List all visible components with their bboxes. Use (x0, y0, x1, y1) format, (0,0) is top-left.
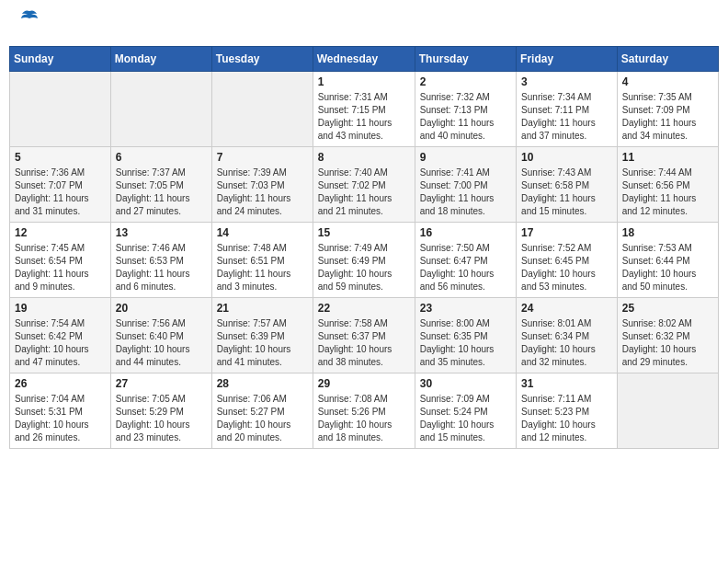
day-info: Sunrise: 7:46 AM Sunset: 6:53 PM Dayligh… (116, 242, 207, 293)
day-number: 7 (217, 151, 308, 164)
calendar-cell: 6Sunrise: 7:37 AM Sunset: 7:05 PM Daylig… (110, 146, 211, 222)
calendar-cell: 27Sunrise: 7:05 AM Sunset: 5:29 PM Dayli… (110, 373, 211, 448)
calendar-cell: 11Sunrise: 7:44 AM Sunset: 6:56 PM Dayli… (617, 146, 718, 222)
day-info: Sunrise: 7:40 AM Sunset: 7:02 PM Dayligh… (318, 167, 410, 218)
day-info: Sunrise: 7:06 AM Sunset: 5:27 PM Dayligh… (217, 393, 308, 444)
day-info: Sunrise: 8:02 AM Sunset: 6:32 PM Dayligh… (622, 317, 713, 369)
page-header (9, 9, 719, 37)
day-info: Sunrise: 7:50 AM Sunset: 6:47 PM Dayligh… (420, 242, 511, 293)
day-info: Sunrise: 7:05 AM Sunset: 5:29 PM Dayligh… (116, 393, 207, 444)
day-number: 9 (420, 151, 511, 164)
calendar-cell: 15Sunrise: 7:49 AM Sunset: 6:49 PM Dayli… (313, 222, 415, 297)
day-info: Sunrise: 7:32 AM Sunset: 7:13 PM Dayligh… (420, 91, 511, 143)
day-number: 13 (116, 226, 207, 239)
logo-bird-icon (20, 9, 39, 28)
day-info: Sunrise: 7:52 AM Sunset: 6:45 PM Dayligh… (521, 242, 612, 293)
calendar-week-row: 19Sunrise: 7:54 AM Sunset: 6:42 PM Dayli… (10, 297, 719, 373)
day-number: 18 (622, 226, 713, 239)
calendar-cell (110, 71, 211, 146)
calendar-cell: 1Sunrise: 7:31 AM Sunset: 7:15 PM Daylig… (313, 71, 415, 146)
calendar-cell: 8Sunrise: 7:40 AM Sunset: 7:02 PM Daylig… (313, 146, 415, 222)
day-info: Sunrise: 7:54 AM Sunset: 6:42 PM Dayligh… (15, 317, 106, 369)
weekday-header-monday: Monday (110, 46, 211, 71)
weekday-header-sunday: Sunday (10, 46, 111, 71)
day-number: 27 (116, 377, 207, 390)
day-info: Sunrise: 7:09 AM Sunset: 5:24 PM Dayligh… (420, 393, 511, 444)
day-number: 29 (318, 377, 410, 390)
day-number: 11 (622, 151, 713, 164)
calendar-cell: 4Sunrise: 7:35 AM Sunset: 7:09 PM Daylig… (617, 71, 718, 146)
day-number: 15 (318, 226, 410, 239)
calendar-cell: 22Sunrise: 7:58 AM Sunset: 6:37 PM Dayli… (313, 297, 415, 373)
calendar-cell: 21Sunrise: 7:57 AM Sunset: 6:39 PM Dayli… (211, 297, 313, 373)
day-number: 3 (521, 75, 612, 88)
calendar-cell: 26Sunrise: 7:04 AM Sunset: 5:31 PM Dayli… (10, 373, 111, 448)
day-info: Sunrise: 7:41 AM Sunset: 7:00 PM Dayligh… (420, 167, 511, 218)
logo-text (18, 14, 39, 32)
calendar-week-row: 5Sunrise: 7:36 AM Sunset: 7:07 PM Daylig… (10, 146, 719, 222)
day-info: Sunrise: 7:57 AM Sunset: 6:39 PM Dayligh… (217, 317, 308, 369)
day-number: 2 (420, 75, 511, 88)
day-number: 25 (622, 302, 713, 315)
day-info: Sunrise: 7:11 AM Sunset: 5:23 PM Dayligh… (521, 393, 612, 444)
day-number: 30 (420, 377, 511, 390)
day-info: Sunrise: 7:48 AM Sunset: 6:51 PM Dayligh… (217, 242, 308, 293)
day-info: Sunrise: 7:04 AM Sunset: 5:31 PM Dayligh… (15, 393, 106, 444)
day-info: Sunrise: 7:35 AM Sunset: 7:09 PM Dayligh… (622, 91, 713, 143)
weekday-header-friday: Friday (517, 46, 618, 71)
day-number: 20 (116, 302, 207, 315)
calendar-cell: 14Sunrise: 7:48 AM Sunset: 6:51 PM Dayli… (211, 222, 313, 297)
day-info: Sunrise: 7:34 AM Sunset: 7:11 PM Dayligh… (521, 91, 612, 143)
day-info: Sunrise: 7:58 AM Sunset: 6:37 PM Dayligh… (318, 317, 410, 369)
day-info: Sunrise: 7:36 AM Sunset: 7:07 PM Dayligh… (15, 167, 106, 218)
calendar-cell: 12Sunrise: 7:45 AM Sunset: 6:54 PM Dayli… (10, 222, 111, 297)
day-number: 5 (15, 151, 106, 164)
day-number: 23 (420, 302, 511, 315)
day-info: Sunrise: 7:45 AM Sunset: 6:54 PM Dayligh… (15, 242, 106, 293)
weekday-header-tuesday: Tuesday (211, 46, 313, 71)
calendar-cell: 31Sunrise: 7:11 AM Sunset: 5:23 PM Dayli… (517, 373, 618, 448)
calendar-cell: 20Sunrise: 7:56 AM Sunset: 6:40 PM Dayli… (110, 297, 211, 373)
day-info: Sunrise: 7:31 AM Sunset: 7:15 PM Dayligh… (318, 91, 410, 143)
day-info: Sunrise: 7:44 AM Sunset: 6:56 PM Dayligh… (622, 167, 713, 218)
day-info: Sunrise: 7:56 AM Sunset: 6:40 PM Dayligh… (116, 317, 207, 369)
calendar-cell: 19Sunrise: 7:54 AM Sunset: 6:42 PM Dayli… (10, 297, 111, 373)
day-number: 16 (420, 226, 511, 239)
day-number: 24 (521, 302, 612, 315)
calendar-week-row: 1Sunrise: 7:31 AM Sunset: 7:15 PM Daylig… (10, 71, 719, 146)
weekday-header-saturday: Saturday (617, 46, 718, 71)
calendar-cell: 29Sunrise: 7:08 AM Sunset: 5:26 PM Dayli… (313, 373, 415, 448)
calendar-cell: 30Sunrise: 7:09 AM Sunset: 5:24 PM Dayli… (415, 373, 516, 448)
day-info: Sunrise: 7:53 AM Sunset: 6:44 PM Dayligh… (622, 242, 713, 293)
calendar-cell: 24Sunrise: 8:01 AM Sunset: 6:34 PM Dayli… (517, 297, 618, 373)
day-number: 12 (15, 226, 106, 239)
calendar-cell: 18Sunrise: 7:53 AM Sunset: 6:44 PM Dayli… (617, 222, 718, 297)
calendar-cell: 17Sunrise: 7:52 AM Sunset: 6:45 PM Dayli… (517, 222, 618, 297)
day-info: Sunrise: 7:08 AM Sunset: 5:26 PM Dayligh… (318, 393, 410, 444)
day-number: 8 (318, 151, 410, 164)
calendar-cell: 2Sunrise: 7:32 AM Sunset: 7:13 PM Daylig… (415, 71, 516, 146)
day-number: 21 (217, 302, 308, 315)
day-info: Sunrise: 8:01 AM Sunset: 6:34 PM Dayligh… (521, 317, 612, 369)
day-number: 17 (521, 226, 612, 239)
day-number: 26 (15, 377, 106, 390)
day-number: 22 (318, 302, 410, 315)
day-number: 28 (217, 377, 308, 390)
calendar-cell: 16Sunrise: 7:50 AM Sunset: 6:47 PM Dayli… (415, 222, 516, 297)
calendar-cell (211, 71, 313, 146)
calendar-table: SundayMondayTuesdayWednesdayThursdayFrid… (9, 46, 719, 449)
calendar-cell: 28Sunrise: 7:06 AM Sunset: 5:27 PM Dayli… (211, 373, 313, 448)
day-number: 19 (15, 302, 106, 315)
weekday-header-thursday: Thursday (415, 46, 516, 71)
day-number: 14 (217, 226, 308, 239)
calendar-cell: 5Sunrise: 7:36 AM Sunset: 7:07 PM Daylig… (10, 146, 111, 222)
calendar-cell: 10Sunrise: 7:43 AM Sunset: 6:58 PM Dayli… (517, 146, 618, 222)
day-number: 31 (521, 377, 612, 390)
weekday-header-row: SundayMondayTuesdayWednesdayThursdayFrid… (10, 46, 719, 71)
day-info: Sunrise: 7:37 AM Sunset: 7:05 PM Dayligh… (116, 167, 207, 218)
day-info: Sunrise: 7:49 AM Sunset: 6:49 PM Dayligh… (318, 242, 410, 293)
calendar-cell (617, 373, 718, 448)
logo-general (18, 14, 39, 32)
logo (18, 14, 39, 32)
day-number: 1 (318, 75, 410, 88)
